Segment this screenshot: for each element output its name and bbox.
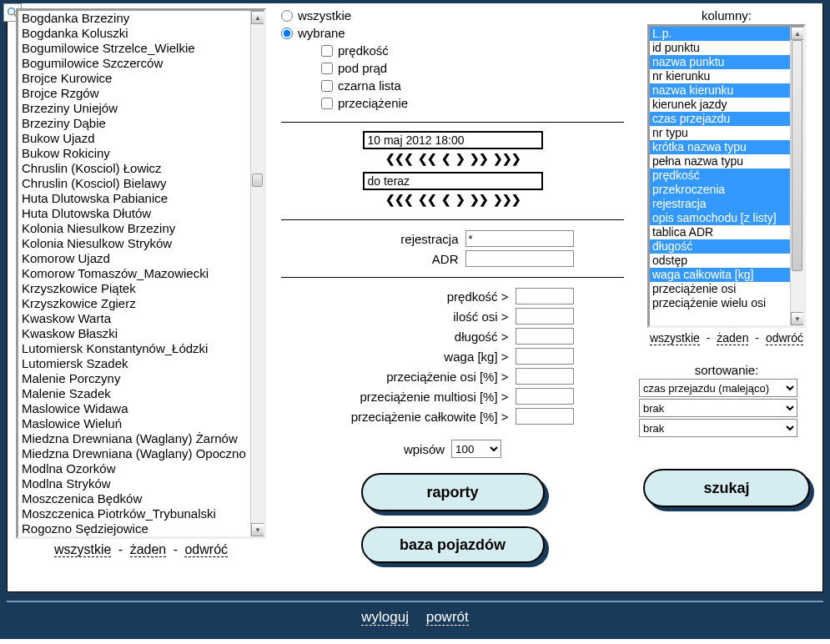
time2-forward2-icon[interactable]: ❯❯ xyxy=(470,193,488,206)
points-scrollbar[interactable]: ▲ ▼ xyxy=(250,11,264,536)
list-item[interactable]: Brojce Rzgów xyxy=(18,86,250,101)
radio-all[interactable] xyxy=(281,10,293,22)
list-item[interactable]: Kolonia Niesulkow Brzeziny xyxy=(18,221,250,236)
list-item[interactable]: Miedzna Drewniana (Waglany) Opoczno xyxy=(18,446,250,461)
column-item[interactable]: długość xyxy=(650,239,790,254)
list-item[interactable]: Huta Dlutowska Pabianice xyxy=(18,191,250,206)
column-item[interactable]: kierunek jazdy xyxy=(650,98,790,112)
list-item[interactable]: Modlna Stryków xyxy=(18,476,250,491)
chk-overload[interactable] xyxy=(321,98,333,109)
column-item[interactable]: rejestracja xyxy=(650,197,790,211)
filter-length-input[interactable] xyxy=(516,328,574,345)
chk-blacklist[interactable] xyxy=(321,80,333,92)
list-item[interactable]: Moszczenica Piotrków_Trybunalski xyxy=(18,506,250,521)
column-item[interactable]: tablica ADR xyxy=(650,225,790,239)
entries-select[interactable]: 100 xyxy=(451,440,501,458)
list-item[interactable]: Bogdanka Koluszki xyxy=(18,26,250,41)
sort2-select[interactable]: brak xyxy=(639,399,797,417)
logout-link[interactable]: wyloguj xyxy=(361,609,409,626)
column-item[interactable]: L.p. xyxy=(650,27,790,41)
points-listbox[interactable]: Bogdanka BrzezinyBogdanka KoluszkiBogumi… xyxy=(16,8,266,539)
col-scroll-thumb[interactable] xyxy=(792,40,802,271)
list-item[interactable]: Bogdanka Brzeziny xyxy=(18,11,250,26)
column-item[interactable]: odstęp xyxy=(650,254,790,268)
adr-input[interactable] xyxy=(465,250,574,267)
list-item[interactable]: Malenie Porczyny xyxy=(18,371,250,386)
filter-ov-axle-input[interactable] xyxy=(516,368,574,385)
col-scroll-down-button[interactable]: ▼ xyxy=(791,312,804,325)
list-item[interactable]: Bogumilowice Strzelce_Wielkie xyxy=(18,41,250,56)
radio-selected[interactable] xyxy=(281,28,293,39)
columns-scrollbar[interactable]: ▲ ▼ xyxy=(790,27,803,325)
column-item[interactable]: opis samochodu [z listy] xyxy=(650,211,790,225)
chk-upstream[interactable] xyxy=(321,63,333,74)
column-item[interactable]: pełna nazwa typu xyxy=(650,154,790,169)
column-item[interactable]: prędkość xyxy=(650,169,790,183)
sort3-select[interactable]: brak xyxy=(639,419,797,437)
list-item[interactable]: Chruslin (Kosciol) Łowicz xyxy=(18,161,250,176)
back-link[interactable]: powrót xyxy=(426,609,469,626)
column-item[interactable]: czas przejazdu xyxy=(650,112,790,126)
list-item[interactable]: Malenie Szadek xyxy=(18,386,250,401)
columns-none-link[interactable]: żaden xyxy=(717,331,748,345)
vehicle-db-button[interactable]: baza pojazdów xyxy=(361,526,545,563)
list-item[interactable]: Maslowice Widawa xyxy=(18,401,250,416)
col-scroll-up-button[interactable]: ▲ xyxy=(791,27,804,40)
list-item[interactable]: Brzeziny Dąbie xyxy=(18,116,250,131)
filter-speed-input[interactable] xyxy=(516,288,574,304)
list-item[interactable]: Lutomiersk Konstantynów_Łódzki xyxy=(18,341,250,356)
list-item[interactable]: Kwaskow Warta xyxy=(18,311,250,326)
list-item[interactable]: Maslowice Wieluń xyxy=(18,416,250,431)
scroll-down-button[interactable]: ▼ xyxy=(251,523,264,536)
time-forward1-icon[interactable]: ❯ xyxy=(455,152,465,165)
time-to-input[interactable] xyxy=(363,172,543,190)
column-item[interactable]: nr kierunku xyxy=(650,69,790,83)
list-item[interactable]: Krzyszkowice Piątek xyxy=(18,281,250,296)
columns-invert-link[interactable]: odwróć xyxy=(766,331,803,345)
list-item[interactable]: Miedzna Drewniana (Waglany) Żarnów xyxy=(18,431,250,446)
list-item[interactable]: Bogumilowice Szczerców xyxy=(18,56,250,71)
list-item[interactable]: Komorow Tomaszów_Mazowiecki xyxy=(18,266,250,281)
time-forward3-icon[interactable]: ❯❯❯ xyxy=(493,152,521,165)
scroll-up-button[interactable]: ▲ xyxy=(251,11,264,24)
list-item[interactable]: Krzyszkowice Zgierz xyxy=(18,296,250,311)
registration-input[interactable] xyxy=(465,230,574,247)
list-item[interactable]: Brojce Kurowice xyxy=(18,71,250,86)
filter-axles-input[interactable] xyxy=(516,308,574,325)
list-item[interactable]: Bukow Rokiciny xyxy=(18,146,250,161)
column-item[interactable]: waga całkowita [kg] xyxy=(650,268,790,282)
list-item[interactable]: Lutomiersk Szadek xyxy=(18,356,250,371)
scroll-thumb[interactable] xyxy=(252,174,263,187)
column-item[interactable]: przeciążenie wielu osi xyxy=(650,296,790,310)
time-rewind2-icon[interactable]: ❮❮ xyxy=(418,152,436,165)
time-rewind3-icon[interactable]: ❮❮❮ xyxy=(385,152,413,165)
list-item[interactable]: Chruslin (Kosciol) Bielawy xyxy=(18,176,250,191)
column-item[interactable]: nr typu xyxy=(650,126,790,140)
filter-weight-input[interactable] xyxy=(516,348,574,365)
points-invert-link[interactable]: odwróć xyxy=(184,542,228,557)
column-item[interactable]: przekroczenia xyxy=(650,183,790,197)
time-forward2-icon[interactable]: ❯❯ xyxy=(470,152,488,165)
list-item[interactable]: Bukow Ujazd xyxy=(18,131,250,146)
column-item[interactable]: nazwa punktu xyxy=(650,55,790,69)
column-item[interactable]: przeciążenie osi xyxy=(650,282,790,296)
list-item[interactable]: Huta Dlutowska Dłutów xyxy=(18,206,250,221)
chk-speed[interactable] xyxy=(321,45,333,57)
list-item[interactable]: Kwaskow Błaszki xyxy=(18,326,250,341)
list-item[interactable]: Komorow Ujazd xyxy=(18,251,250,266)
column-item[interactable]: nazwa kierunku xyxy=(650,83,790,98)
list-item[interactable]: Moszczenica Będków xyxy=(18,491,250,506)
filter-ov-total-input[interactable] xyxy=(516,408,574,425)
time2-rewind2-icon[interactable]: ❮❮ xyxy=(418,193,436,206)
time2-rewind3-icon[interactable]: ❮❮❮ xyxy=(385,193,413,206)
time2-forward3-icon[interactable]: ❯❯❯ xyxy=(493,193,521,206)
reports-button[interactable]: raporty xyxy=(361,473,545,511)
time2-rewind1-icon[interactable]: ❮ xyxy=(441,193,450,206)
time2-forward1-icon[interactable]: ❯ xyxy=(455,193,465,206)
search-button[interactable]: szukaj xyxy=(643,469,810,507)
columns-listbox[interactable]: L.p.id punktunazwa punktunr kierunkunazw… xyxy=(647,24,806,328)
list-item[interactable]: Modlna Ozorków xyxy=(18,461,250,476)
list-item[interactable]: Rogozno Sędziejowice xyxy=(18,521,250,536)
filter-ov-multi-input[interactable] xyxy=(516,388,574,405)
points-none-link[interactable]: żaden xyxy=(130,542,167,557)
